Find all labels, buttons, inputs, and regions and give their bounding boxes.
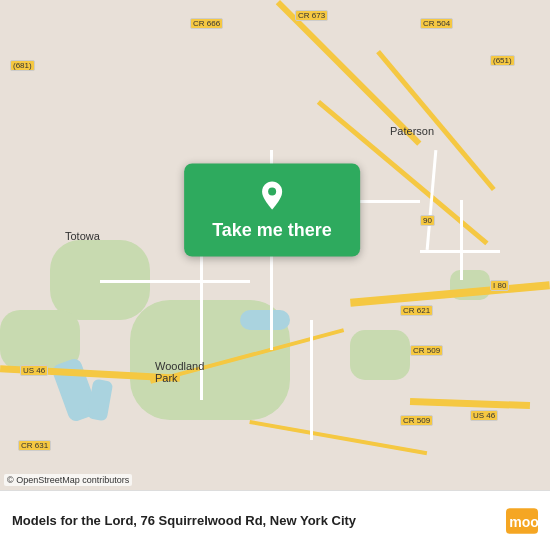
location-info: Models for the Lord, 76 Squirrelwood Rd,… <box>12 513 356 528</box>
road-w8 <box>420 250 500 253</box>
take-me-there-button[interactable]: Take me there <box>184 164 360 257</box>
moovit-logo-icon: moovit <box>506 505 538 537</box>
road-w4 <box>310 320 313 440</box>
moovit-logo: moovit <box>506 505 538 537</box>
svg-text:moovit: moovit <box>509 514 538 530</box>
park-area-4 <box>350 330 410 380</box>
road-w3 <box>100 280 250 283</box>
bottom-bar: Models for the Lord, 76 Squirrelwood Rd,… <box>0 490 550 550</box>
svg-point-1 <box>268 188 276 196</box>
water-3 <box>240 310 290 330</box>
osm-credit: © OpenStreetMap contributors <box>4 474 132 486</box>
cta-label: Take me there <box>212 220 332 241</box>
road-w2 <box>200 250 203 400</box>
location-title: Models for the Lord, 76 Squirrelwood Rd,… <box>12 513 356 528</box>
road-w7 <box>460 200 463 280</box>
map-container: CR 666 CR 673 CR 504 (681) (651) 90 I 80… <box>0 0 550 490</box>
location-pin-icon <box>256 180 288 212</box>
